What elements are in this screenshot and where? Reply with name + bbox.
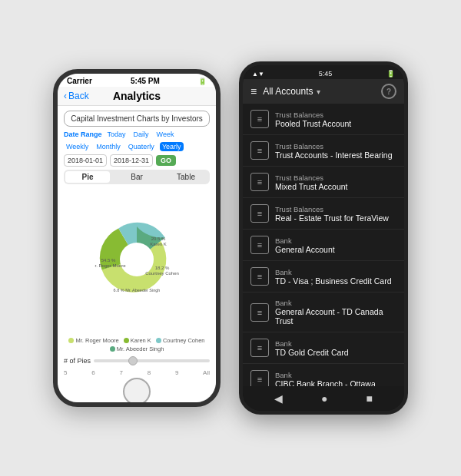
ios-nav-bar: ‹ Back Analytics	[58, 87, 216, 106]
quaterly-button[interactable]: Quaterly	[126, 142, 157, 151]
legend-karen: Karen K	[124, 337, 151, 344]
ios-phone: Carrier 5:45 PM 🔋 ‹ Back Analytics Capit…	[53, 69, 221, 407]
pie-chart: 54.5 % Mr. Roger Moore 20.5 % Karen K 18…	[95, 217, 179, 302]
account-icon: ≡	[250, 339, 269, 357]
account-text: Trust Balances Pooled Trust Account	[275, 111, 351, 128]
analytics-title: Analytics	[113, 90, 161, 102]
go-button[interactable]: GO	[156, 155, 176, 166]
android-status-bar: ▲▼ 5:45 🔋	[243, 65, 404, 79]
recents-nav-button[interactable]: ■	[366, 392, 373, 405]
list-item[interactable]: ≡ Bank General Account	[243, 230, 404, 261]
label-karen-name: Karen K	[150, 242, 167, 246]
back-nav-button[interactable]: ◀	[274, 392, 283, 405]
ios-content: Capital Investment Charts by Investors D…	[58, 106, 216, 381]
account-icon: ≡	[250, 370, 269, 386]
label-courtney: 18.2 %	[155, 266, 170, 270]
chart-type-row: Pie Bar Table	[64, 170, 210, 184]
ios-mute-button[interactable]	[53, 127, 55, 149]
account-icon: ≡	[250, 204, 269, 223]
pie-chart-container: 54.5 % Mr. Roger Moore 20.5 % Karen K 18…	[64, 187, 210, 334]
list-item[interactable]: ≡ Bank General Account - TD Canada Trust	[243, 293, 404, 332]
android-nav-bar: ◀ ● ■	[243, 386, 404, 411]
legend-dot-courtney	[156, 338, 161, 343]
account-text: Trust Balances Trust Accounts - Interest…	[275, 142, 393, 160]
account-text: Bank TD - Visa ; Business Credit Card	[275, 268, 392, 286]
ios-screen: Carrier 5:45 PM 🔋 ‹ Back Analytics Capit…	[58, 74, 216, 402]
ios-volume-button[interactable]	[53, 155, 55, 177]
android-power-button[interactable]	[407, 127, 408, 154]
date-from-input[interactable]: 2018-01-01	[64, 154, 107, 167]
legend-label-courtney: Courtney Cohen	[163, 337, 205, 344]
account-text: Bank TD Gold Credit Card	[275, 339, 349, 357]
slider-thumb[interactable]	[128, 356, 138, 365]
slider-numbers: 5 6 7 8 9 All	[64, 369, 210, 376]
account-text: Bank CIBC Bank Branch - Ottawa	[275, 371, 376, 387]
date-range-row: Date Range Today Daily Week	[64, 130, 210, 139]
android-time: 5:45	[319, 70, 333, 78]
label-roger: 54.5 %	[101, 258, 116, 263]
date-range-label: Date Range	[64, 131, 102, 138]
legend-roger: Mr. Roger Moore	[68, 337, 118, 344]
android-account-list: ≡ Trust Balances Pooled Trust Account ≡ …	[243, 104, 404, 386]
android-status-right: 🔋	[386, 70, 395, 78]
daily-button[interactable]: Daily	[131, 130, 151, 139]
account-icon: ≡	[250, 110, 269, 128]
ios-status-bar: Carrier 5:45 PM 🔋	[58, 74, 216, 87]
legend-dot-karen	[124, 338, 129, 343]
list-item[interactable]: ≡ Trust Balances Pooled Trust Account	[243, 104, 404, 135]
table-tab[interactable]: Table	[164, 171, 208, 183]
slider-label: # of Pies	[64, 357, 91, 365]
accounts-dropdown[interactable]: All Accounts ▾	[263, 86, 375, 97]
legend-label-abeeder: Mr. Abeeder Singh	[117, 345, 164, 352]
list-item[interactable]: ≡ Trust Balances Mixed Trust Account	[243, 167, 404, 198]
account-icon: ≡	[250, 141, 269, 160]
account-icon: ≡	[250, 267, 269, 286]
ios-status-icons: 🔋	[198, 78, 207, 85]
list-item[interactable]: ≡ Trust Balances Real - Estate Trust for…	[243, 198, 404, 230]
list-item[interactable]: ≡ Bank TD Gold Credit Card	[243, 332, 404, 364]
chevron-down-icon: ▾	[317, 88, 320, 96]
pie-tab[interactable]: Pie	[65, 171, 110, 183]
back-chevron-icon: ‹	[64, 91, 67, 101]
period-row: Weekly Monthly Quaterly Yearly	[64, 142, 210, 151]
bar-tab[interactable]: Bar	[114, 171, 159, 183]
label-abeeder: 6.8 % Mr. Abeeder Singh	[114, 288, 161, 293]
slider-row: # of Pies	[64, 355, 210, 366]
weekly-button[interactable]: Weekly	[64, 142, 91, 151]
list-item[interactable]: ≡ Bank TD - Visa ; Business Credit Card	[243, 261, 404, 293]
android-screen: ▲▼ 5:45 🔋 ≡ All Accounts ▾ ? ≡ Trust Bal…	[243, 65, 404, 411]
help-label: ?	[386, 88, 391, 96]
monthly-button[interactable]: Monthly	[94, 142, 123, 151]
back-label: Back	[68, 91, 89, 101]
ios-power-button[interactable]	[219, 143, 221, 174]
android-volume-button[interactable]	[407, 160, 408, 179]
legend-dot-roger	[68, 338, 74, 343]
dropdown-label: All Accounts	[263, 86, 313, 97]
legend-label-karen: Karen K	[131, 337, 151, 344]
pie-legend: Mr. Roger Moore Karen K Courtney Cohen M…	[64, 337, 210, 352]
android-signal: ▲▼	[252, 71, 264, 78]
today-button[interactable]: Today	[105, 130, 128, 139]
account-text: Trust Balances Mixed Trust Account	[275, 174, 348, 191]
legend-dot-abeeder	[110, 346, 115, 352]
android-header: ≡ All Accounts ▾ ?	[243, 79, 404, 104]
week-button[interactable]: Week	[154, 130, 177, 139]
pies-slider[interactable]	[94, 359, 210, 362]
list-item[interactable]: ≡ Bank CIBC Bank Branch - Ottawa	[243, 364, 404, 386]
chart-selector-button[interactable]: Capital Investment Charts by Investors	[64, 111, 210, 127]
label-courtney-name: Courtney Cohen	[145, 271, 179, 276]
list-item[interactable]: ≡ Trust Balances Trust Accounts - Intere…	[243, 135, 404, 167]
account-text: Trust Balances Real - Estate Trust for T…	[275, 205, 389, 223]
account-icon: ≡	[250, 173, 269, 191]
yearly-button[interactable]: Yearly	[160, 142, 184, 151]
legend-abeeder: Mr. Abeeder Singh	[110, 345, 164, 352]
android-phone: ▲▼ 5:45 🔋 ≡ All Accounts ▾ ? ≡ Trust Bal…	[239, 61, 408, 415]
back-button[interactable]: ‹ Back	[64, 91, 89, 101]
hamburger-icon[interactable]: ≡	[250, 85, 257, 98]
ios-home-indicator	[58, 381, 216, 402]
home-button[interactable]	[123, 378, 151, 402]
legend-label-roger: Mr. Roger Moore	[75, 337, 118, 344]
date-to-input[interactable]: 2018-12-31	[110, 154, 153, 167]
home-nav-button[interactable]: ●	[321, 392, 327, 405]
help-icon[interactable]: ?	[381, 84, 396, 99]
